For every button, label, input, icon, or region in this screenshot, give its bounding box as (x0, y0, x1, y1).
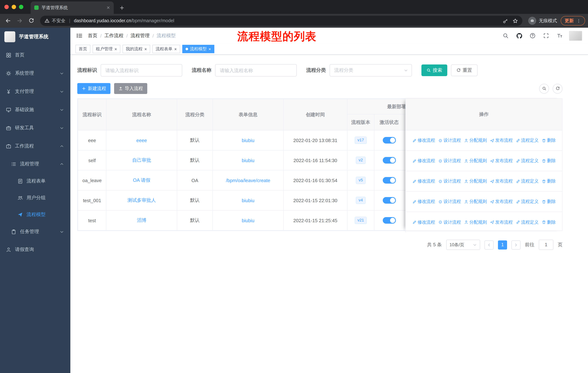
refresh-table-button[interactable] (553, 84, 562, 93)
sidebar-fold-button[interactable] (76, 32, 83, 39)
breadcrumb-workflow[interactable]: 工作流程 (105, 32, 123, 39)
action-definition-link[interactable]: 流程定义 (516, 219, 539, 225)
form-info-link[interactable]: /bpm/oa/leave/create (226, 178, 270, 183)
import-process-button[interactable]: 导入流程 (114, 83, 147, 94)
sidebar-item-workflow[interactable]: 工作流程 (0, 137, 70, 155)
search-button[interactable]: 搜索 (421, 64, 447, 76)
active-toggle[interactable] (383, 217, 396, 224)
action-publish-link[interactable]: 发布流程 (490, 137, 513, 143)
action-delete-link[interactable]: 删除 (542, 199, 556, 205)
form-info-link[interactable]: biubiu (242, 138, 254, 143)
browser-update-button[interactable]: 更新 (561, 16, 585, 26)
active-toggle[interactable] (383, 177, 396, 184)
sidebar-item-user-group[interactable]: 用户分组 (0, 189, 70, 206)
action-publish-link[interactable]: 发布流程 (490, 178, 513, 184)
close-window-button[interactable] (4, 5, 9, 9)
process-name-link[interactable]: 滔博 (137, 217, 146, 223)
action-assign-link[interactable]: 分配规则 (464, 199, 487, 205)
tag-close-icon[interactable]: × (174, 47, 177, 51)
action-design-link[interactable]: 设计流程 (438, 137, 461, 143)
action-modify-link[interactable]: 修改流程 (412, 158, 435, 164)
minimize-window-button[interactable] (12, 5, 16, 9)
next-page-button[interactable] (511, 240, 521, 249)
address-bar[interactable]: 不安全 | dashboard.yudao.iocoder.cn/bpm/man… (40, 16, 522, 26)
fullscreen-icon[interactable] (542, 32, 550, 40)
action-definition-link[interactable]: 流程定义 (516, 199, 539, 205)
action-assign-link[interactable]: 分配规则 (464, 219, 487, 225)
action-definition-link[interactable]: 流程定义 (516, 178, 539, 184)
sidebar-item-process-form[interactable]: 流程表单 (0, 173, 70, 189)
action-design-link[interactable]: 设计流程 (438, 158, 461, 164)
create-process-button[interactable]: 新建流程 (77, 83, 110, 94)
github-icon[interactable] (515, 32, 523, 40)
goto-page-input[interactable] (539, 240, 553, 250)
action-modify-link[interactable]: 修改流程 (412, 219, 435, 225)
sidebar-item-task-management[interactable]: 任务管理 (0, 223, 70, 240)
action-delete-link[interactable]: 删除 (542, 137, 556, 143)
tag-my-process[interactable]: 我的流程× (123, 45, 150, 53)
bookmark-star-icon[interactable] (513, 18, 518, 23)
active-toggle[interactable] (383, 197, 396, 204)
prev-page-button[interactable] (484, 240, 494, 249)
zoom-window-button[interactable] (19, 5, 23, 9)
page-size-select[interactable]: 10条/页 (446, 240, 480, 250)
tag-tenant[interactable]: 租户管理× (93, 45, 120, 53)
sidebar-item-system[interactable]: 系统管理 (0, 64, 70, 82)
form-info-link[interactable]: biubiu (242, 198, 254, 203)
process-name-input[interactable] (215, 64, 297, 77)
tag-process-form[interactable]: 流程表单× (152, 45, 180, 53)
action-delete-link[interactable]: 删除 (542, 178, 556, 184)
back-button[interactable] (3, 16, 13, 26)
password-key-icon[interactable] (503, 18, 508, 23)
form-info-link[interactable]: biubiu (242, 158, 254, 163)
process-key-input[interactable] (101, 64, 182, 77)
sidebar-item-home[interactable]: 首页 (0, 46, 70, 64)
sidebar-item-devtools[interactable]: 研发工具 (0, 119, 70, 137)
action-assign-link[interactable]: 分配规则 (464, 158, 487, 164)
category-select[interactable]: 流程分类 (330, 64, 412, 77)
form-info-link[interactable]: biubiu (242, 218, 254, 223)
active-toggle[interactable] (383, 137, 396, 143)
action-definition-link[interactable]: 流程定义 (516, 158, 539, 164)
tag-close-icon[interactable]: × (209, 47, 211, 51)
action-definition-link[interactable]: 流程定义 (516, 137, 539, 143)
action-assign-link[interactable]: 分配规则 (464, 137, 487, 143)
action-assign-link[interactable]: 分配规则 (464, 178, 487, 184)
menu-dots-icon[interactable] (576, 18, 581, 23)
process-name-link[interactable]: OA 请假 (133, 177, 150, 183)
process-name-link[interactable]: 自己审批 (132, 157, 151, 163)
site-security-chip[interactable]: 不安全 (44, 18, 65, 24)
reload-button[interactable] (26, 16, 36, 26)
incognito-chip[interactable]: 无痕模式 (526, 17, 559, 25)
user-avatar[interactable] (569, 31, 582, 40)
process-name-link[interactable]: eeee (136, 138, 147, 143)
tag-process-model[interactable]: 流程模型× (182, 45, 214, 53)
sidebar-item-leave-query[interactable]: 请假查询 (0, 240, 70, 259)
action-delete-link[interactable]: 删除 (542, 219, 556, 225)
sidebar-item-process-management[interactable]: 流程管理 (0, 155, 70, 173)
action-publish-link[interactable]: 发布流程 (490, 219, 513, 225)
action-publish-link[interactable]: 发布流程 (490, 199, 513, 205)
action-design-link[interactable]: 设计流程 (438, 219, 461, 225)
app-logo[interactable]: 芋道管理系统 (0, 28, 70, 46)
browser-tab[interactable]: 芋道管理系统 (31, 1, 114, 14)
action-design-link[interactable]: 设计流程 (438, 199, 461, 205)
process-name-link[interactable]: 测试多审批人 (127, 197, 156, 203)
page-number-1[interactable]: 1 (498, 240, 507, 249)
forward-button[interactable] (15, 16, 25, 26)
breadcrumb-home[interactable]: 首页 (88, 32, 97, 39)
tab-close-icon[interactable] (106, 6, 110, 10)
tag-close-icon[interactable]: × (144, 47, 147, 51)
help-icon[interactable] (529, 32, 537, 40)
font-size-icon[interactable] (556, 32, 564, 40)
tag-close-icon[interactable]: × (115, 47, 117, 51)
show-search-button[interactable] (539, 84, 549, 93)
tag-home[interactable]: 首页 (75, 45, 90, 53)
sidebar-item-payment[interactable]: 支付管理 (0, 82, 70, 101)
active-toggle[interactable] (383, 157, 396, 163)
action-modify-link[interactable]: 修改流程 (412, 178, 435, 184)
action-publish-link[interactable]: 发布流程 (490, 158, 513, 164)
new-tab-button[interactable] (117, 2, 127, 13)
sidebar-item-process-model[interactable]: 流程模型 (0, 206, 70, 223)
header-search-icon[interactable] (502, 32, 510, 40)
